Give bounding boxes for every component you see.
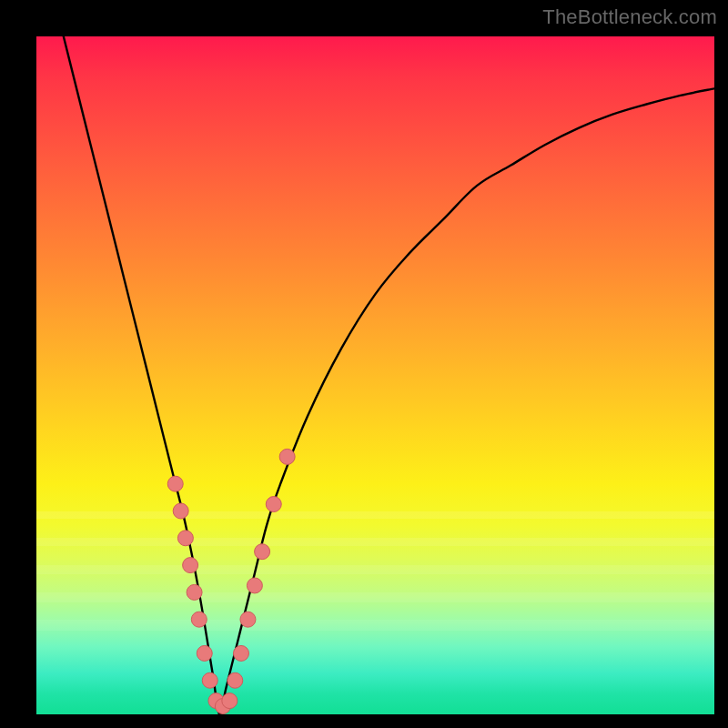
- light-streak: [36, 511, 714, 519]
- light-streak: [36, 592, 714, 602]
- light-streak: [36, 538, 714, 546]
- highlight-marker: [202, 672, 217, 688]
- light-streak: [36, 565, 714, 574]
- watermark-text: TheBottleneck.com: [542, 5, 717, 29]
- bottleneck-curve: [64, 36, 714, 714]
- highlight-marker: [228, 672, 243, 688]
- plot-area: [36, 36, 714, 714]
- highlight-marker: [197, 645, 212, 661]
- highlight-marker: [167, 476, 183, 491]
- highlight-marker: [222, 693, 238, 709]
- highlight-marker: [208, 693, 224, 709]
- chart-overlay: [36, 36, 714, 714]
- chart-frame: TheBottleneck.com: [0, 0, 728, 728]
- highlight-marker: [266, 497, 281, 512]
- highlight-marker: [279, 449, 295, 464]
- highlighted-points-group: [167, 449, 295, 713]
- highlight-marker: [247, 578, 262, 593]
- highlight-marker: [233, 645, 248, 661]
- light-streak: [36, 620, 714, 631]
- highlight-marker: [215, 699, 230, 714]
